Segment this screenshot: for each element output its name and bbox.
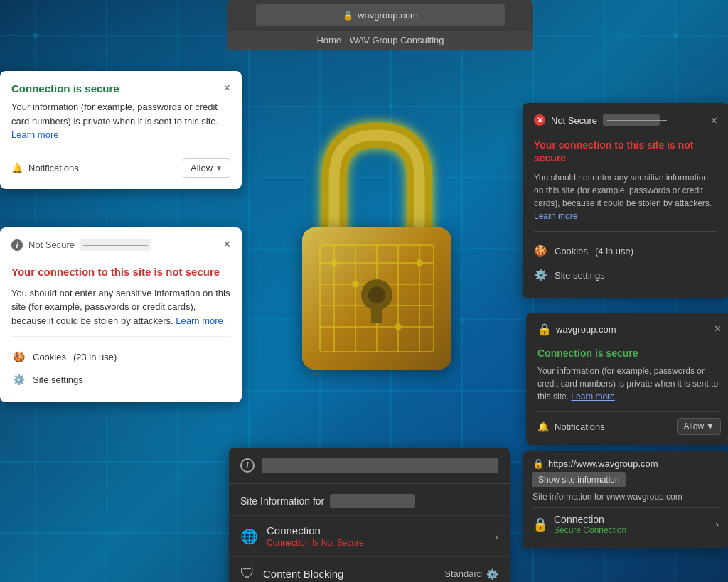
content-blocking-info: Content Blocking	[263, 568, 343, 581]
panel-secure-dark: 🔒 wavgroup.com × Connection is secure Yo…	[526, 313, 728, 445]
chevron-down-icon: ▼	[215, 164, 223, 172]
svg-point-48	[395, 324, 401, 330]
content-blocking-value: Standard	[444, 568, 482, 579]
dark-secure-close-button[interactable]: ×	[714, 323, 721, 335]
panel-not-secure-dark: ✕ Not Secure ——————— × Your connection t…	[523, 103, 728, 298]
connection-row[interactable]: 🌐 Connection Connection Is Not Secure ›	[229, 515, 510, 556]
shield-icon: 🛡	[240, 566, 255, 582]
dark-gear-icon: ⚙️	[534, 269, 547, 281]
dark-secure-body: Your information (for example, passwords…	[537, 365, 721, 403]
br-green-lock-icon: 🔒	[532, 517, 548, 532]
cookies-count: (23 in use)	[73, 352, 117, 362]
dark-not-secure-title: Your connection to this site is not secu…	[534, 139, 717, 164]
dark-notifications-row: 🔔 Notifications Allow ▼	[537, 411, 721, 435]
dark-not-secure-body: You should not enter any sensitive infor…	[534, 171, 717, 222]
dark-notif-label: Notifications	[555, 421, 605, 432]
close-button[interactable]: ×	[224, 82, 230, 94]
dark-allow-label: Allow	[683, 421, 704, 431]
gear-icon: ⚙️	[11, 372, 26, 387]
notifications-label: Notifications	[28, 163, 79, 173]
svg-point-18	[33, 33, 38, 38]
not-secure-title: Your connection to this site is not secu…	[11, 265, 230, 279]
content-blocking-row[interactable]: 🛡 Content Blocking Standard ⚙️	[229, 556, 510, 582]
br-connection-info: Connection Secure Connection	[554, 514, 626, 535]
browser-address-text: wavgroup.com	[358, 10, 418, 21]
learn-more-link[interactable]: Learn more	[176, 316, 223, 326]
dark-cookies-count: (4 in use)	[595, 246, 633, 257]
padlock-svg	[270, 114, 483, 398]
br-chevron-right-icon: ›	[715, 519, 719, 530]
divider	[11, 336, 230, 337]
content-blocking-left: 🛡 Content Blocking	[240, 566, 343, 582]
panel-bottom-right: 🔒 https://www.wavgroup.com Show site inf…	[523, 451, 728, 548]
svg-point-49	[417, 260, 422, 266]
dark-url-bar: ———————	[603, 114, 660, 126]
red-x-icon: ✕	[534, 114, 545, 126]
dark-site-settings-label: Site settings	[555, 270, 605, 281]
panel-site-info: i Site Information for 🌐 Connection Conn…	[229, 448, 510, 582]
dark-chevron-down-icon: ▼	[706, 421, 714, 431]
dark-close-button[interactable]: ×	[711, 114, 717, 127]
br-url: https://www.wavgroup.com	[548, 458, 658, 469]
dark-secure-header: 🔒 wavgroup.com	[537, 323, 616, 336]
br-tooltip: Show site information	[532, 472, 626, 487]
dark-cookies-label: Cookies	[555, 246, 588, 257]
dark-header-row: ✕ Not Secure ——————— ×	[534, 114, 717, 133]
dark-allow-button[interactable]: Allow ▼	[677, 418, 721, 435]
notifications-row: 🔔 Notifications Allow ▼	[11, 151, 230, 178]
dark-secure-url: wavgroup.com	[556, 324, 616, 335]
panel-secure-topleft: Connection is secure × Your information …	[0, 71, 242, 189]
br-address-row: 🔒 https://www.wavgroup.com	[532, 458, 719, 469]
connection-title: Connection	[267, 524, 364, 537]
dark-divider	[534, 231, 717, 232]
br-lock-icon: 🔒	[532, 458, 544, 469]
dark-cookies-row[interactable]: 🍪 Cookies (4 in use)	[534, 239, 717, 263]
not-secure-header: i Not Secure ———————	[11, 239, 151, 251]
close-button[interactable]: ×	[224, 239, 230, 250]
dark-secure-title: Connection is secure	[537, 347, 721, 359]
browser-lock-icon: 🔒	[343, 11, 353, 21]
site-info-title-row: Site Information for	[229, 484, 510, 515]
learn-more-link[interactable]: Learn more	[11, 129, 58, 140]
not-secure-header-row: i Not Secure ——————— ×	[11, 239, 230, 259]
not-secure-url: ———————	[80, 239, 151, 251]
site-settings-row[interactable]: ⚙️ Site settings	[11, 368, 230, 391]
secure-title: Connection is secure	[11, 82, 119, 95]
site-info-header: i	[229, 448, 510, 484]
svg-point-46	[353, 281, 358, 287]
info-circle-icon: i	[240, 458, 255, 473]
cookies-icon: 🍪	[11, 350, 26, 364]
svg-point-51	[368, 286, 385, 303]
bell-icon: 🔔	[11, 163, 23, 173]
br-connection-subtitle: Secure Connection	[554, 525, 626, 535]
content-blocking-gear-icon: ⚙️	[486, 568, 498, 580]
cookies-label: Cookies	[33, 352, 66, 362]
cookies-row[interactable]: 🍪 Cookies (23 in use)	[11, 345, 230, 368]
panel-header: Connection is secure ×	[11, 82, 230, 95]
browser-top-bar: 🔒 wavgroup.com Home - WAV Group Consulti…	[228, 0, 533, 50]
allow-button[interactable]: Allow ▼	[183, 158, 230, 178]
dark-bell-icon: 🔔	[537, 421, 549, 432]
dark-secure-learn-more[interactable]: Learn more	[571, 392, 614, 402]
connection-left: 🌐 Connection Connection Is Not Secure	[240, 524, 364, 548]
not-secure-body: You should not enter any sensitive infor…	[11, 286, 230, 328]
connection-info: Connection Connection Is Not Secure	[267, 524, 364, 548]
dark-learn-more-link[interactable]: Learn more	[534, 211, 577, 221]
content-blocking-title: Content Blocking	[263, 568, 343, 580]
notifications-left: 🔔 Notifications	[11, 163, 79, 173]
not-secure-label: Not Secure	[28, 239, 75, 250]
connection-subtitle: Connection Is Not Secure	[267, 538, 364, 548]
br-connection-row[interactable]: 🔒 Connection Secure Connection ›	[532, 507, 719, 541]
svg-point-27	[673, 33, 678, 38]
site-settings-label: Site settings	[33, 374, 83, 385]
br-connection-left: 🔒 Connection Secure Connection	[532, 514, 626, 535]
dark-site-settings-row[interactable]: ⚙️ Site settings	[534, 263, 717, 287]
chevron-right-icon: ›	[495, 531, 498, 542]
site-info-url-text	[330, 494, 415, 508]
dark-lock-icon: 🔒	[537, 323, 552, 336]
browser-address-bar[interactable]: 🔒 wavgroup.com	[256, 4, 505, 26]
secure-body-text: Your information (for example, passwords…	[11, 100, 230, 142]
browser-title: Home - WAV Group Consulting	[228, 31, 533, 50]
padlock-image	[228, 57, 526, 455]
site-info-title: Site Information for	[240, 495, 324, 507]
